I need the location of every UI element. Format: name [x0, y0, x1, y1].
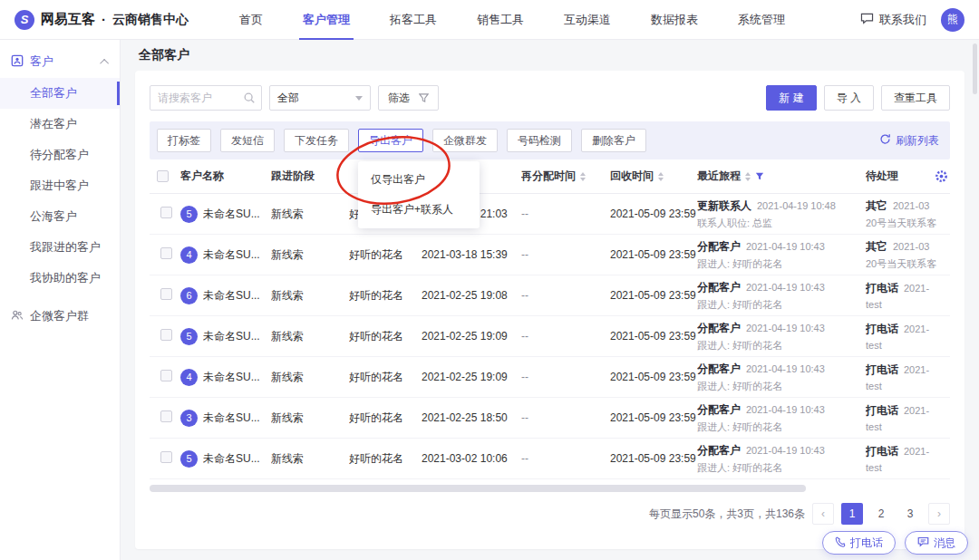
created-cell: 2021-02-25 19:09 — [422, 371, 521, 383]
contact-us-button[interactable]: 联系我们 — [860, 12, 926, 28]
main-nav: 首页客户管理拓客工具销售工具互动渠道数据报表系统管理 — [219, 0, 805, 40]
customer-name-link[interactable]: 未命名SU... — [203, 329, 260, 344]
nav-item[interactable]: 系统管理 — [718, 0, 805, 40]
nav-item[interactable]: 互动渠道 — [544, 0, 631, 40]
contact-count-badge: 5 — [180, 450, 198, 468]
export-menu-item[interactable]: 导出客户+联系人 — [358, 195, 480, 225]
journey-subtext: 联系人职位: 总监 — [697, 217, 860, 230]
batch-action-button[interactable]: 下发任务 — [284, 129, 349, 152]
dedupe-tool-button[interactable]: 查重工具 — [881, 85, 950, 111]
scope-select[interactable]: 全部 — [269, 85, 371, 111]
sidebar-item[interactable]: 我协助的客户 — [0, 263, 120, 294]
pending-time: 2021- — [904, 364, 929, 375]
message-button[interactable]: 消息 — [905, 531, 968, 555]
row-checkbox[interactable] — [160, 247, 172, 259]
select-all-checkbox[interactable] — [157, 170, 169, 182]
filter-button[interactable]: 筛选 — [378, 85, 439, 111]
stage-cell: 新线索 — [271, 329, 349, 344]
batch-action-button[interactable]: 打标签 — [157, 129, 211, 152]
pending-cell: 打电话2021- test — [866, 322, 950, 351]
page-button[interactable]: 3 — [899, 503, 921, 525]
page-button[interactable]: 1 — [841, 503, 863, 525]
pending-subtext: test — [866, 299, 950, 310]
page-button[interactable]: 2 — [870, 503, 892, 525]
journey-title: 分配客户 — [697, 321, 741, 336]
journey-title: 更新联系人 — [697, 198, 751, 214]
redistributed-cell: -- — [521, 289, 610, 302]
pending-time: 2021-03 — [893, 241, 929, 252]
col-recycled[interactable]: 回收时间 — [610, 169, 697, 184]
customer-name-link[interactable]: 未命名SU... — [203, 207, 260, 222]
customer-list-card: 全部 筛选 新 建 导 入 查重工具 打标签发短信下发任务导出客户企微群发号码检… — [135, 71, 964, 549]
customer-name-link[interactable]: 未命名SU... — [203, 288, 260, 304]
pending-subtext: test — [866, 421, 950, 432]
row-checkbox[interactable] — [160, 410, 172, 422]
nav-item[interactable]: 拓客工具 — [370, 0, 457, 40]
pending-time: 2021- — [904, 446, 929, 457]
chat-bubble-icon — [860, 13, 874, 27]
row-checkbox[interactable] — [160, 370, 172, 381]
customer-name-link[interactable]: 未命名SU... — [203, 247, 260, 263]
journey-filter-icon[interactable] — [755, 172, 764, 181]
journey-cell: 分配客户2021-04-19 10:43 跟进人: 好听的花名 — [697, 321, 866, 352]
sidebar-item[interactable]: 待分配客户 — [0, 140, 120, 170]
batch-action-button[interactable]: 导出客户 — [358, 129, 423, 152]
nav-item[interactable]: 客户管理 — [283, 0, 370, 40]
created-cell: 2021-03-02 10:06 — [422, 452, 521, 465]
next-page-button[interactable]: › — [928, 503, 950, 525]
sidebar-item[interactable]: 我跟进的客户 — [0, 232, 120, 263]
journey-subtext: 跟进人: 好听的花名 — [697, 420, 860, 434]
customer-name-link[interactable]: 未命名SU... — [203, 410, 260, 426]
column-settings-icon[interactable] — [935, 169, 948, 186]
recycled-cell: 2021-05-09 23:59 — [610, 330, 697, 343]
col-redistributed[interactable]: 再分配时间 — [521, 169, 610, 184]
pending-title: 打电话 — [866, 444, 898, 459]
create-button[interactable]: 新 建 — [766, 85, 816, 111]
contact-cell: 好听的花名 — [349, 451, 422, 467]
journey-cell: 分配客户2021-04-19 10:43 跟进人: 好听的花名 — [697, 239, 866, 271]
nav-item[interactable]: 销售工具 — [457, 0, 544, 40]
search-icon[interactable] — [243, 92, 256, 107]
sidebar-item[interactable]: 跟进中客户 — [0, 170, 120, 201]
batch-action-button[interactable]: 发短信 — [220, 129, 275, 152]
batch-action-button[interactable]: 号码检测 — [507, 129, 572, 152]
recycled-cell: 2021-05-09 23:59 — [610, 248, 697, 261]
import-button[interactable]: 导 入 — [824, 85, 874, 111]
refresh-list-button[interactable]: 刷新列表 — [879, 133, 943, 149]
vertical-scrollbar-thumb[interactable] — [973, 43, 977, 94]
batch-action-button[interactable]: 删除客户 — [581, 129, 646, 152]
pending-title: 打电话 — [866, 281, 898, 296]
nav-item[interactable]: 数据报表 — [631, 0, 718, 40]
table-row: 3 未命名SU... 新线索 好听的花名 2021-02-25 18:50 --… — [150, 398, 950, 439]
recycled-cell: 2021-05-09 23:59 — [610, 208, 697, 220]
sidebar-item[interactable]: 潜在客户 — [0, 109, 120, 140]
row-checkbox[interactable] — [160, 207, 172, 218]
call-button[interactable]: 打电话 — [822, 531, 896, 555]
pending-cell: 打电话2021- test — [866, 362, 950, 391]
customer-name-link[interactable]: 未命名SU... — [203, 451, 260, 467]
group-people-icon — [11, 309, 24, 323]
sidebar-section-customers[interactable]: 客户 — [0, 45, 120, 78]
sidebar-item-wecom-groups[interactable]: 企微客户群 — [0, 299, 120, 333]
pending-time: 2021-03 — [893, 200, 929, 211]
row-checkbox[interactable] — [160, 288, 172, 300]
brand-divider: · — [102, 12, 106, 27]
customer-name-link[interactable]: 未命名SU... — [203, 370, 260, 385]
sidebar-item[interactable]: 公海客户 — [0, 201, 120, 232]
created-cell: 2021-02-25 18:50 — [422, 411, 521, 424]
avatar[interactable]: 熊 — [941, 8, 964, 32]
journey-cell: 更新联系人2021-04-19 10:48 联系人职位: 总监 — [697, 198, 866, 230]
export-menu-item[interactable]: 仅导出客户 — [358, 165, 480, 195]
collapse-chevron-icon[interactable] — [100, 58, 109, 67]
col-journey[interactable]: 最近旅程 — [697, 169, 866, 184]
batch-action-button[interactable]: 企微群发 — [432, 129, 498, 152]
sidebar-item[interactable]: 全部客户 — [0, 78, 120, 109]
row-checkbox[interactable] — [160, 329, 172, 341]
nav-item[interactable]: 首页 — [219, 0, 283, 40]
row-checkbox[interactable] — [160, 451, 172, 463]
prev-page-button[interactable]: ‹ — [812, 503, 834, 525]
brand: S 网易互客 · 云商销售中心 — [15, 10, 189, 30]
stage-cell: 新线索 — [271, 410, 349, 426]
horizontal-scrollbar-thumb[interactable] — [150, 485, 806, 492]
customer-table: 客户名称 跟进阶段 创建时间 再分配时间 回收时间 最近旅程 待处理 5 — [150, 159, 950, 479]
